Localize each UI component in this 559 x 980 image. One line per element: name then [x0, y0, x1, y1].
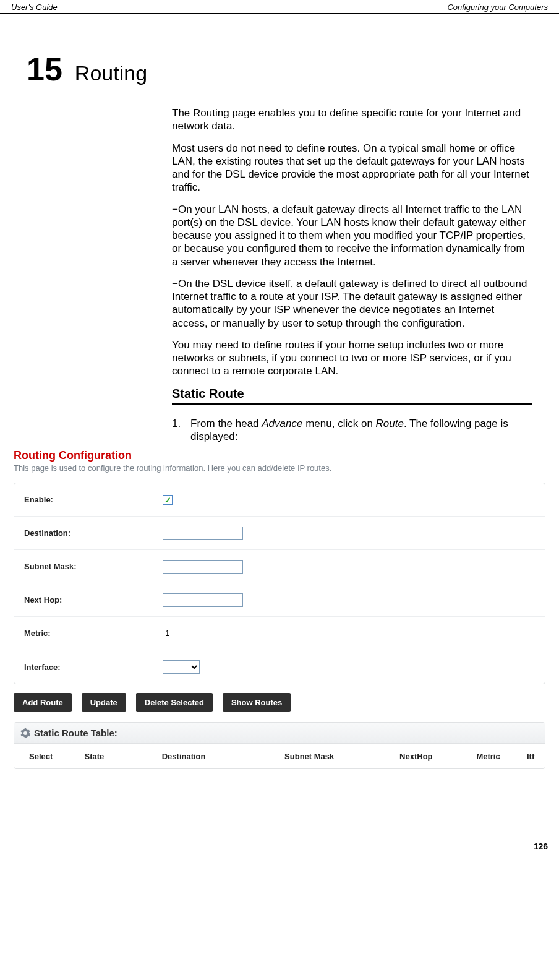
row-enable: Enable: ✓: [14, 483, 545, 517]
row-destination: Destination:: [14, 517, 545, 550]
show-routes-button[interactable]: Show Routes: [223, 693, 291, 712]
th-itf: Itf: [516, 744, 545, 769]
add-route-button[interactable]: Add Route: [14, 693, 72, 712]
label-metric: Metric:: [14, 629, 161, 638]
static-route-table-title: Static Route Table:: [34, 728, 117, 738]
route-menu-item: Route: [376, 418, 404, 429]
chapter-title: Routing: [75, 61, 147, 85]
chapter-number: 15: [27, 51, 62, 88]
row-subnet-mask: Subnet Mask:: [14, 550, 545, 583]
table-header-row: Select State Destination Subnet Mask Nex…: [14, 744, 545, 769]
advance-menu: Advance: [262, 418, 302, 429]
page-footer: 126: [0, 840, 559, 851]
label-destination: Destination:: [14, 528, 161, 538]
routing-config-screenshot: Routing Configuration This page is used …: [11, 447, 548, 772]
step-text: From the head Advance menu, click on Rou…: [190, 417, 532, 444]
th-state: State: [67, 744, 121, 769]
content-area: 15 Routing The Routing page enables you …: [0, 14, 559, 443]
routing-config-title: Routing Configuration: [14, 449, 545, 462]
step-number: 1.: [172, 417, 190, 444]
th-select: Select: [14, 744, 67, 769]
th-nexthop: NextHop: [372, 744, 460, 769]
interface-select[interactable]: [163, 660, 200, 674]
th-subnet-mask: Subnet Mask: [247, 744, 372, 769]
th-destination: Destination: [121, 744, 247, 769]
destination-input[interactable]: [163, 527, 243, 540]
chapter-heading: 15 Routing: [11, 51, 548, 88]
label-next-hop: Next Hop:: [14, 595, 161, 604]
button-row: Add Route Update Delete Selected Show Ro…: [14, 693, 545, 712]
paragraph-dsl-device: −On the DSL device itself, a default gat…: [172, 277, 532, 330]
header-left: User's Guide: [11, 2, 58, 12]
metric-input[interactable]: [163, 627, 192, 640]
paragraph-lan-hosts: −On your LAN hosts, a default gateway di…: [172, 203, 532, 269]
row-next-hop: Next Hop:: [14, 583, 545, 617]
routing-form-panel: Enable: ✓ Destination: Subnet Mask: Next…: [14, 483, 545, 684]
label-subnet-mask: Subnet Mask:: [14, 562, 161, 571]
label-enable: Enable:: [14, 495, 161, 504]
delete-selected-button[interactable]: Delete Selected: [136, 693, 213, 712]
update-button[interactable]: Update: [82, 693, 126, 712]
row-interface: Interface:: [14, 650, 545, 684]
section-static-route: Static Route: [172, 387, 532, 405]
page-number: 126: [534, 841, 548, 851]
th-metric: Metric: [460, 744, 516, 769]
label-interface: Interface:: [14, 663, 161, 672]
static-route-table-panel: Static Route Table: Select State Destina…: [14, 722, 545, 769]
enable-checkbox[interactable]: ✓: [163, 495, 173, 505]
static-route-table: Select State Destination Subnet Mask Nex…: [14, 744, 545, 768]
gear-icon: [20, 728, 30, 738]
subnet-mask-input[interactable]: [163, 560, 243, 574]
routing-config-desc: This page is used to configure the routi…: [14, 463, 545, 473]
paragraph-may-need: You may need to define routes if your ho…: [172, 338, 532, 378]
page-header: User's Guide Configuring your Computers: [0, 0, 559, 14]
paragraph-intro: The Routing page enables you to define s…: [172, 106, 532, 133]
static-route-table-title-bar: Static Route Table:: [14, 723, 545, 744]
body-text: The Routing page enables you to define s…: [172, 106, 532, 443]
step-1: 1. From the head Advance menu, click on …: [172, 417, 532, 444]
paragraph-most-users: Most users do not need to define routes.…: [172, 142, 532, 194]
next-hop-input[interactable]: [163, 593, 243, 607]
header-right: Configuring your Computers: [447, 2, 548, 12]
row-metric: Metric:: [14, 617, 545, 650]
